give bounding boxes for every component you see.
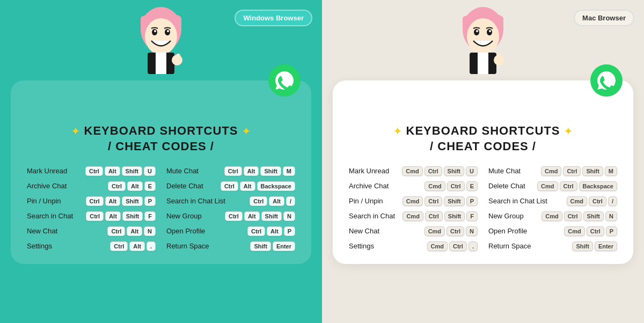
key-badge: Shift <box>582 166 603 176</box>
key-badge: Ctrl <box>250 196 267 206</box>
shortcut-row: New GroupCmdCtrlShiftN <box>488 211 617 221</box>
shortcut-row: Archive ChatCtrlAltE <box>27 181 156 191</box>
svg-rect-6 <box>173 15 179 26</box>
key-badge: Alt <box>269 196 284 206</box>
key-badge: P <box>466 196 478 206</box>
shortcut-label: Return Space <box>488 242 531 250</box>
shortcut-keys: CtrlAltShiftP <box>86 196 156 206</box>
key-badge: Shift <box>250 241 270 251</box>
svg-rect-30 <box>478 53 488 74</box>
key-badge: M <box>605 166 617 176</box>
key-badge: Ctrl <box>589 196 606 206</box>
windows-shortcuts-grid: Mark UnreadCtrlAltShiftUMute ChatCtrlAlt… <box>27 166 295 251</box>
shortcut-label: Delete Chat <box>488 182 531 190</box>
shortcut-keys: CmdCtrlShiftN <box>541 211 617 221</box>
key-badge: Alt <box>244 211 260 221</box>
spark-icon-right: ✦ <box>242 126 251 137</box>
shortcut-label: Archive Chat <box>27 182 70 190</box>
key-badge: Cmd <box>567 196 587 206</box>
key-badge: F <box>466 211 478 221</box>
key-badge: Ctrl <box>449 241 467 251</box>
shortcut-label: Search in Chat <box>27 212 73 220</box>
key-badge: Cmd <box>537 181 558 191</box>
shortcut-row: Mute ChatCmdCtrlShiftM <box>488 166 617 176</box>
shortcut-keys: CtrlAltShiftN <box>225 211 295 221</box>
shortcut-row: Delete ChatCmdCtrlBackspace <box>488 181 617 191</box>
shortcut-keys: CtrlAlt/ <box>250 196 295 206</box>
key-badge: Enter <box>273 241 295 251</box>
windows-panel: Windows Browser <box>0 0 322 323</box>
shortcut-keys: CmdCtrlBackspace <box>537 181 617 191</box>
shortcut-label: Settings <box>349 242 392 250</box>
key-badge: M <box>283 166 295 176</box>
mac-card: ✦ KEYBOARD SHORTCUTS ✦ / CHEAT CODES / M… <box>333 80 633 263</box>
shortcut-keys: CtrlAltShiftF <box>86 211 156 221</box>
key-badge: Shift <box>572 241 592 251</box>
key-badge: Ctrl <box>425 196 442 206</box>
key-badge: Cmd <box>564 226 584 236</box>
spark-icon-left: ✦ <box>71 126 80 137</box>
key-badge: Cmd <box>541 166 561 176</box>
key-badge: P <box>144 196 156 206</box>
shortcut-keys: CtrlAltP <box>247 226 295 236</box>
shortcut-row: Archive ChatCmdCtrlE <box>349 181 478 191</box>
key-badge: Ctrl <box>247 226 265 236</box>
shortcut-label: Pin / Unpin <box>27 197 70 205</box>
mac-title: ✦ KEYBOARD SHORTCUTS ✦ / CHEAT CODES / <box>349 123 617 154</box>
key-badge: P <box>284 226 295 236</box>
shortcut-label: New Group <box>166 212 209 220</box>
key-badge: Shift <box>444 166 464 176</box>
key-badge: Shift <box>444 196 464 206</box>
shortcut-keys: CmdCtrlP <box>564 226 617 236</box>
shortcut-row: Return SpaceShiftEnter <box>166 241 295 251</box>
key-badge: Cmd <box>402 211 423 221</box>
key-badge: N <box>283 211 295 221</box>
shortcut-keys: CmdCtrlShiftM <box>541 166 617 176</box>
windows-badge: Windows Browser <box>235 10 312 26</box>
key-badge: Ctrl <box>560 181 577 191</box>
shortcut-label: Search in Chat <box>349 212 395 220</box>
shortcut-label: Mark Unread <box>27 167 70 175</box>
shortcut-keys: CmdCtrlShiftP <box>402 196 478 206</box>
shortcut-keys: ShiftEnter <box>572 241 617 251</box>
shortcut-label: Settings <box>27 242 70 250</box>
shortcut-keys: CmdCtrl. <box>427 241 478 251</box>
shortcut-row: SettingsCmdCtrl. <box>349 241 478 251</box>
shortcut-row: Mark UnreadCtrlAltShiftU <box>27 166 156 176</box>
svg-point-8 <box>152 29 157 35</box>
shortcut-label: New Chat <box>27 227 70 235</box>
key-badge: E <box>466 181 478 191</box>
key-badge: Shift <box>260 166 281 176</box>
shortcut-row: Open ProfileCmdCtrlP <box>488 226 617 236</box>
shortcut-label: Search in Chat List <box>166 197 225 205</box>
svg-point-10 <box>154 30 156 32</box>
mac-shortcuts-grid: Mark UnreadCmdCtrlShiftUMute ChatCmdCtrl… <box>349 166 617 251</box>
mac-title-area: ✦ KEYBOARD SHORTCUTS ✦ / CHEAT CODES / <box>349 123 617 154</box>
spark-icon-left-mac: ✦ <box>393 126 402 137</box>
svg-point-26 <box>487 29 492 35</box>
shortcut-row: Search in Chat ListCtrlAlt/ <box>166 196 295 206</box>
key-badge: Alt <box>244 166 259 176</box>
shortcut-row: New GroupCtrlAltShiftN <box>166 211 295 221</box>
shortcut-keys: CmdCtrl/ <box>567 196 617 206</box>
shortcut-keys: CmdCtrlN <box>425 226 478 236</box>
shortcut-label: Mute Chat <box>488 167 531 175</box>
key-badge: Ctrl <box>587 226 604 236</box>
whatsapp-icon-mac <box>590 64 623 97</box>
key-badge: Shift <box>122 166 142 176</box>
key-badge: Cmd <box>425 181 445 191</box>
shortcut-keys: CtrlAltE <box>108 181 156 191</box>
shortcut-row: Pin / UnpinCmdCtrlShiftP <box>349 196 478 206</box>
shortcut-row: Pin / UnpinCtrlAltShiftP <box>27 196 156 206</box>
key-badge: / <box>286 196 295 206</box>
key-badge: E <box>144 181 156 191</box>
shortcut-label: New Chat <box>349 227 392 235</box>
key-badge: Ctrl <box>425 166 442 176</box>
key-badge: Shift <box>444 211 465 221</box>
shortcut-label: Search in Chat List <box>488 197 547 205</box>
shortcut-label: Open Profile <box>488 227 531 235</box>
svg-rect-32 <box>498 54 502 61</box>
svg-rect-15 <box>176 54 180 61</box>
svg-point-28 <box>489 30 491 32</box>
windows-card: ✦ KEYBOARD SHORTCUTS ✦ / CHEAT CODES / M… <box>11 80 311 263</box>
